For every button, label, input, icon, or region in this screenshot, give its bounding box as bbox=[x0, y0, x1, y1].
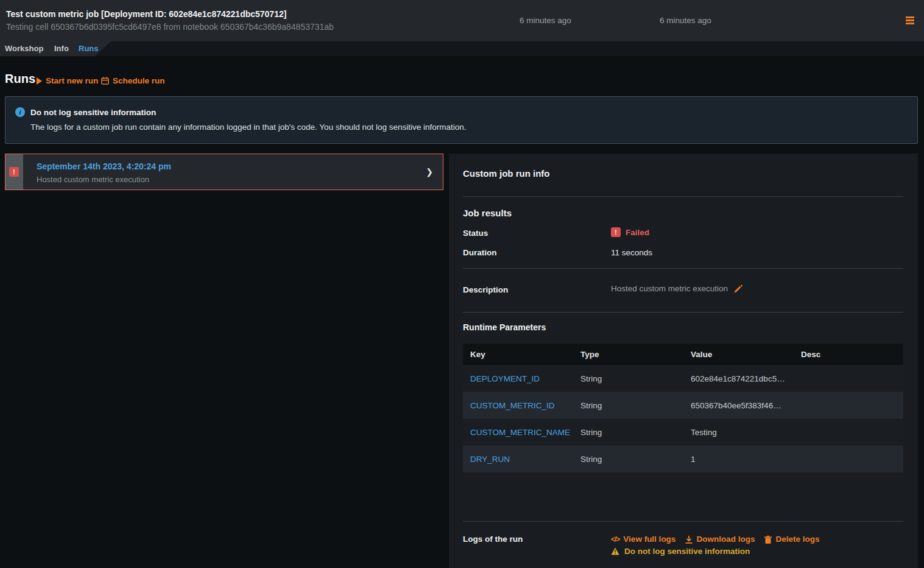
trash-icon bbox=[764, 534, 772, 544]
tab-info[interactable]: Info bbox=[54, 44, 69, 53]
table-row: DEPLOYMENT_ID String 602e84e1c874221dbc5… bbox=[463, 365, 903, 392]
logs-label: Logs of the run bbox=[463, 534, 523, 544]
status-value: ! Failed bbox=[611, 227, 649, 237]
page-subtitle: Testing cell 650367b6d0395fc5cd6497e8 fr… bbox=[6, 22, 334, 32]
tab-runs[interactable]: Runs bbox=[79, 44, 99, 53]
start-new-run-label: Start new run bbox=[46, 76, 98, 85]
runs-heading: Runs bbox=[5, 72, 35, 86]
calendar-icon bbox=[101, 77, 109, 85]
runtime-params-heading: Runtime Parameters bbox=[463, 322, 546, 332]
param-key-link[interactable]: DEPLOYMENT_ID bbox=[463, 365, 573, 392]
error-status-icon: ! bbox=[611, 227, 621, 237]
play-icon bbox=[37, 77, 42, 85]
table-row: DRY_RUN String 1 bbox=[463, 446, 903, 472]
app-header: Test custom metric job [Deployment ID: 6… bbox=[0, 0, 924, 41]
param-desc bbox=[794, 392, 903, 419]
param-type: String bbox=[573, 392, 683, 419]
param-desc bbox=[794, 446, 903, 472]
menu-icon[interactable] bbox=[906, 16, 914, 24]
run-subtitle: Hosted custom metric execution bbox=[37, 175, 149, 184]
divider bbox=[463, 521, 903, 522]
schedule-run-button[interactable]: Schedule run bbox=[101, 76, 165, 85]
duration-label: Duration bbox=[463, 248, 497, 257]
download-logs-button[interactable]: Download logs bbox=[685, 534, 755, 544]
status-text: Failed bbox=[626, 228, 649, 237]
info-icon: i bbox=[15, 107, 25, 117]
run-details-panel: Custom job run info Job results Status !… bbox=[449, 154, 918, 568]
created-timestamp: 6 minutes ago bbox=[520, 16, 571, 25]
code-icon: </> bbox=[611, 535, 619, 544]
description-label: Description bbox=[463, 285, 508, 294]
col-header-desc: Desc bbox=[794, 344, 903, 365]
sensitive-info-banner: i Do not log sensitive information The l… bbox=[5, 96, 918, 144]
col-header-type: Type bbox=[573, 344, 683, 365]
col-header-key: Key bbox=[463, 344, 573, 365]
divider bbox=[463, 268, 903, 269]
param-key-link[interactable]: CUSTOM_METRIC_NAME bbox=[463, 419, 573, 446]
table-row: CUSTOM_METRIC_NAME String Testing bbox=[463, 419, 903, 446]
run-title: September 14th 2023, 4:20:24 pm bbox=[37, 162, 171, 171]
view-full-logs-label: View full logs bbox=[623, 534, 675, 544]
updated-timestamp: 6 minutes ago bbox=[660, 16, 711, 25]
col-header-value: Value bbox=[683, 344, 794, 365]
view-full-logs-button[interactable]: </> View full logs bbox=[611, 534, 675, 544]
param-type: String bbox=[573, 446, 683, 472]
description-text: Hosted custom metric execution bbox=[611, 284, 728, 293]
divider bbox=[463, 196, 903, 197]
runtime-params-table: Key Type Value Desc DEPLOYMENT_ID String… bbox=[463, 344, 903, 472]
banner-title: Do not log sensitive information bbox=[30, 108, 156, 117]
logs-warning-text: Do not log sensitive information bbox=[624, 547, 750, 556]
job-results-heading: Job results bbox=[463, 208, 512, 218]
param-key-link[interactable]: CUSTOM_METRIC_ID bbox=[463, 392, 573, 419]
status-label: Status bbox=[463, 229, 488, 238]
tab-bar: Workshop Info Runs bbox=[0, 41, 924, 56]
download-logs-label: Download logs bbox=[696, 534, 755, 544]
param-value: 650367b40ee5f383f46… bbox=[683, 392, 794, 419]
divider bbox=[463, 312, 903, 313]
warning-icon bbox=[611, 547, 619, 555]
schedule-run-label: Schedule run bbox=[113, 76, 165, 85]
param-value: 602e84e1c874221dbc5… bbox=[683, 365, 794, 392]
param-value: Testing bbox=[683, 419, 794, 446]
start-new-run-button[interactable]: Start new run bbox=[37, 76, 98, 85]
details-heading: Custom job run info bbox=[463, 168, 549, 179]
page-title: Test custom metric job [Deployment ID: 6… bbox=[6, 9, 286, 19]
duration-value: 11 seconds bbox=[611, 248, 652, 257]
logs-warning: Do not log sensitive information bbox=[611, 547, 750, 556]
description-value: Hosted custom metric execution bbox=[611, 284, 742, 293]
delete-logs-label: Delete logs bbox=[775, 534, 819, 544]
delete-logs-button[interactable]: Delete logs bbox=[764, 534, 819, 544]
edit-pencil-icon[interactable] bbox=[734, 285, 742, 293]
param-desc bbox=[794, 365, 903, 392]
param-type: String bbox=[573, 419, 683, 446]
param-value: 1 bbox=[683, 446, 794, 472]
tab-workshop[interactable]: Workshop bbox=[5, 44, 43, 53]
banner-body: The logs for a custom job run contain an… bbox=[30, 122, 467, 132]
param-desc bbox=[794, 419, 903, 446]
param-type: String bbox=[573, 365, 683, 392]
chevron-right-icon: ❯ bbox=[426, 167, 433, 177]
error-status-icon: ! bbox=[9, 167, 19, 177]
param-key-link[interactable]: DRY_RUN bbox=[463, 446, 573, 472]
table-header-row: Key Type Value Desc bbox=[463, 344, 903, 365]
run-status-strip: ! bbox=[5, 154, 23, 190]
table-row: CUSTOM_METRIC_ID String 650367b40ee5f383… bbox=[463, 392, 903, 419]
logs-actions: </> View full logs Download logs Delete … bbox=[611, 534, 819, 544]
run-list-item[interactable]: ! September 14th 2023, 4:20:24 pm Hosted… bbox=[5, 154, 443, 190]
download-icon bbox=[685, 534, 693, 544]
